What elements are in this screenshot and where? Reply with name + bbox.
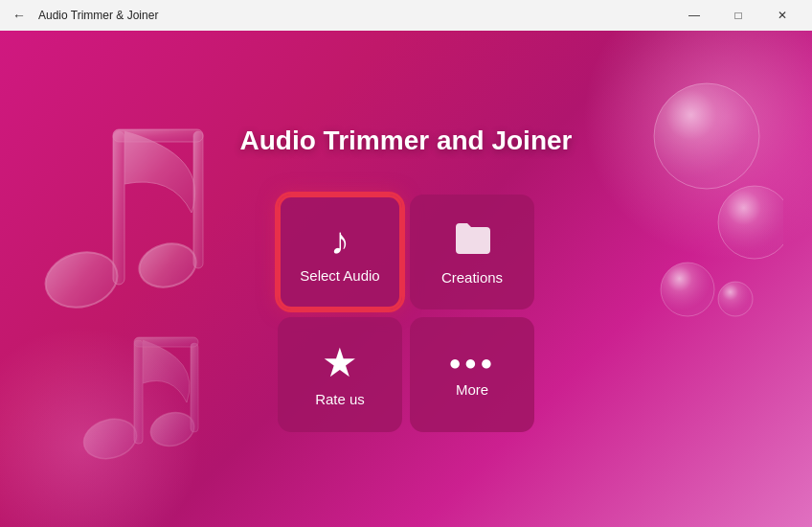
- center-content: Audio Trimmer and Joiner ♪ Select Audio …: [0, 31, 812, 527]
- creations-button[interactable]: Creations: [410, 195, 534, 309]
- close-button[interactable]: ✕: [760, 0, 804, 31]
- minimize-button[interactable]: —: [672, 0, 716, 31]
- rate-us-label: Rate us: [315, 391, 365, 407]
- main-content: Audio Trimmer and Joiner ♪ Select Audio …: [0, 31, 812, 527]
- button-grid: ♪ Select Audio Creations ★ Rate us ●●●: [278, 195, 534, 432]
- select-audio-button[interactable]: ♪ Select Audio: [278, 195, 402, 309]
- rate-us-button[interactable]: ★ Rate us: [278, 317, 402, 432]
- select-audio-label: Select Audio: [300, 267, 379, 284]
- maximize-button[interactable]: □: [716, 0, 760, 31]
- app-title: Audio Trimmer and Joiner: [240, 126, 573, 156]
- back-button[interactable]: ←: [8, 4, 31, 27]
- window-title: Audio Trimmer & Joiner: [38, 9, 672, 22]
- window-controls: — □ ✕: [672, 0, 804, 31]
- folder-icon: [452, 219, 492, 262]
- more-button[interactable]: ●●● More: [410, 317, 534, 432]
- music-note-icon: ♪: [330, 221, 350, 260]
- title-bar: ← Audio Trimmer & Joiner — □ ✕: [0, 0, 812, 31]
- star-icon: ★: [322, 343, 358, 383]
- dots-icon: ●●●: [449, 353, 496, 374]
- creations-label: Creations: [441, 269, 503, 286]
- more-label: More: [456, 381, 488, 398]
